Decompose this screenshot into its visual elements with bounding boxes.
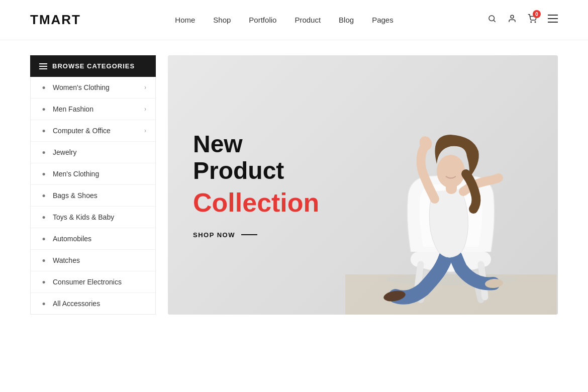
hero-title-line1: New Product: [193, 131, 338, 184]
svg-point-0: [489, 16, 495, 21]
sidebar-item-7[interactable]: ● Automobiles: [31, 228, 155, 250]
sidebar-item-left-10: ● All Accessories: [40, 300, 100, 308]
sidebar-chevron-2: ›: [144, 127, 146, 134]
header: TMART HomeShopPortfolioProductBlogPages …: [0, 0, 588, 40]
hero-cta-button[interactable]: SHOP NOW: [193, 231, 338, 239]
svg-point-3: [531, 22, 532, 23]
sidebar-item-5[interactable]: ● Bags & Shoes: [31, 185, 155, 207]
sidebar-item-icon-10: ●: [40, 300, 48, 307]
sidebar-item-10[interactable]: ● All Accessories: [31, 293, 155, 314]
sidebar-item-8[interactable]: ● Watches: [31, 250, 155, 271]
sidebar-item-icon-6: ●: [40, 214, 48, 221]
sidebar-item-icon-7: ●: [40, 235, 48, 242]
sidebar-header-label: BROWSE CATEGORIES: [52, 62, 135, 70]
cart-badge: 0: [533, 10, 541, 18]
sidebar-item-label-2: Computer & Office: [53, 127, 111, 135]
sidebar-item-label-9: Consumer Electronics: [53, 278, 122, 286]
sidebar-item-label-0: Women's Clothing: [53, 83, 110, 91]
sidebar-item-0[interactable]: ● Women's Clothing ›: [31, 77, 155, 99]
main-content: BROWSE CATEGORIES ● Women's Clothing › ●…: [0, 40, 588, 330]
nav-portfolio[interactable]: Portfolio: [249, 16, 276, 24]
hero-title-line2: Collection: [193, 188, 338, 217]
svg-rect-5: [548, 15, 558, 16]
sidebar-item-icon-8: ●: [40, 257, 48, 264]
svg-line-1: [494, 20, 495, 22]
sidebar-item-2[interactable]: ● Computer & Office ›: [31, 120, 155, 142]
sidebar-item-icon-0: ●: [40, 84, 48, 91]
sidebar-item-label-8: Watches: [53, 256, 80, 264]
hero-banner: New Product Collection SHOP NOW: [168, 55, 558, 315]
sidebar-header: BROWSE CATEGORIES: [30, 55, 156, 77]
sidebar-item-left-2: ● Computer & Office: [40, 127, 111, 135]
sidebar-item-1[interactable]: ● Men Fashion ›: [31, 99, 155, 120]
search-icon[interactable]: [487, 14, 497, 26]
sidebar-item-label-4: Men's Clothing: [53, 170, 99, 178]
nav-home[interactable]: Home: [175, 16, 195, 24]
sidebar-item-left-5: ● Bags & Shoes: [40, 191, 97, 200]
header-icons: 0: [487, 14, 558, 26]
sidebar-item-label-1: Men Fashion: [53, 105, 93, 113]
sidebar-item-left-0: ● Women's Clothing: [40, 83, 110, 91]
svg-rect-7: [548, 22, 558, 23]
main-nav: HomeShopPortfolioProductBlogPages: [175, 16, 393, 24]
hero-cta-line: [241, 234, 257, 235]
sidebar-item-label-6: Toys & Kids & Baby: [53, 213, 114, 221]
svg-point-2: [511, 15, 514, 18]
sidebar-item-icon-4: ●: [40, 170, 48, 177]
sidebar-item-left-3: ● Jewelry: [40, 148, 76, 156]
logo[interactable]: TMART: [30, 12, 81, 28]
svg-point-15: [437, 155, 465, 188]
nav-pages[interactable]: Pages: [372, 16, 394, 24]
svg-point-4: [535, 22, 536, 23]
sidebar-item-left-9: ● Consumer Electronics: [40, 278, 122, 286]
sidebar-item-icon-1: ●: [40, 106, 48, 113]
svg-rect-6: [548, 18, 558, 19]
hero-content: New Product Collection SHOP NOW: [168, 101, 363, 269]
sidebar-item-left-8: ● Watches: [40, 256, 80, 264]
nav-blog[interactable]: Blog: [339, 16, 354, 24]
sidebar-menu-icon: [39, 63, 47, 69]
cart-icon[interactable]: 0: [528, 14, 537, 26]
menu-icon[interactable]: [548, 15, 558, 25]
nav-product[interactable]: Product: [295, 16, 321, 24]
sidebar-item-icon-2: ●: [40, 127, 48, 134]
hero-illustration: [345, 104, 556, 315]
sidebar-item-label-7: Automobiles: [53, 235, 91, 243]
sidebar-item-icon-9: ●: [40, 278, 48, 285]
sidebar-item-6[interactable]: ● Toys & Kids & Baby: [31, 207, 155, 228]
sidebar-item-left-6: ● Toys & Kids & Baby: [40, 213, 114, 221]
sidebar-item-icon-5: ●: [40, 192, 48, 199]
sidebar-item-label-5: Bags & Shoes: [53, 191, 97, 200]
hero-image: [343, 55, 558, 315]
sidebar-chevron-1: ›: [144, 106, 146, 113]
sidebar-item-3[interactable]: ● Jewelry: [31, 142, 155, 163]
sidebar: BROWSE CATEGORIES ● Women's Clothing › ●…: [30, 55, 156, 315]
sidebar-item-label-3: Jewelry: [53, 148, 76, 156]
sidebar-chevron-0: ›: [144, 84, 146, 91]
nav-shop[interactable]: Shop: [213, 16, 231, 24]
sidebar-item-left-4: ● Men's Clothing: [40, 170, 99, 178]
sidebar-item-icon-3: ●: [40, 149, 48, 156]
sidebar-list: ● Women's Clothing › ● Men Fashion › ● C…: [30, 77, 156, 315]
sidebar-item-label-10: All Accessories: [53, 300, 100, 308]
sidebar-item-9[interactable]: ● Consumer Electronics: [31, 271, 155, 293]
sidebar-item-left-7: ● Automobiles: [40, 235, 91, 243]
hero-cta-label: SHOP NOW: [193, 231, 235, 239]
account-icon[interactable]: [508, 14, 517, 26]
sidebar-item-left-1: ● Men Fashion: [40, 105, 93, 113]
sidebar-item-4[interactable]: ● Men's Clothing: [31, 163, 155, 185]
